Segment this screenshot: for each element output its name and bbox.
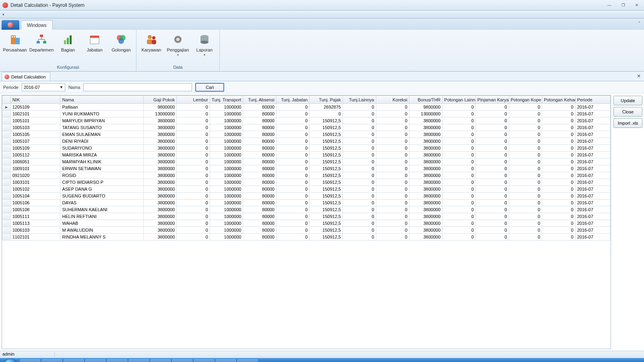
ribbon-item-departemen[interactable]: Departemen [29, 31, 54, 65]
table-cell[interactable]: 0 [376, 152, 409, 158]
table-cell[interactable]: 0 [276, 220, 310, 227]
table-cell[interactable]: 150912,5 [310, 193, 343, 200]
table-cell[interactable]: 0 [476, 117, 509, 124]
table-cell[interactable]: 1005107 [10, 138, 60, 145]
table-cell[interactable]: 1000000 [210, 111, 243, 117]
table-row[interactable]: 1005105EMAN SULAEMAN38000000100000080000… [2, 131, 611, 138]
taskbar-item-chrome[interactable] [107, 359, 127, 362]
ribbon-item-perusahaan[interactable]: Perusahaan [2, 31, 27, 65]
table-cell[interactable]: 2016-07 [575, 206, 610, 213]
table-cell[interactable]: 0 [276, 124, 310, 131]
table-cell[interactable]: 0 [442, 158, 476, 165]
table-cell[interactable]: 1000000 [210, 172, 243, 179]
ribbon-item-karyawan[interactable]: Karyawan [139, 31, 164, 65]
table-cell[interactable]: 0 [343, 104, 376, 111]
table-cell[interactable]: 0 [177, 220, 210, 227]
taskbar-item-tool3[interactable] [194, 359, 214, 362]
table-cell[interactable]: 0 [276, 186, 310, 193]
table-cell[interactable]: 0 [476, 111, 509, 117]
table-cell[interactable]: 150912,5 [310, 186, 343, 193]
table-cell[interactable]: 0 [343, 179, 376, 186]
table-cell[interactable]: 0 [310, 111, 343, 117]
table-row[interactable]: 1006103M AWALUDDIN3800000010000008000001… [2, 227, 611, 234]
table-cell[interactable]: 3800000 [143, 152, 177, 158]
table-cell[interactable]: 150912,5 [310, 152, 343, 158]
table-cell[interactable]: 0 [177, 117, 210, 124]
table-cell[interactable]: 3800000 [143, 179, 177, 186]
table-cell[interactable]: 3800000 [143, 145, 177, 152]
table-cell[interactable]: 0 [442, 104, 476, 111]
table-cell[interactable]: 3800000 [143, 165, 177, 172]
table-cell[interactable]: 0 [343, 145, 376, 152]
table-cell[interactable]: 3800000 [143, 227, 177, 234]
table-cell[interactable]: MARWIYAH KLINIK [60, 158, 143, 165]
table-cell[interactable]: 0 [376, 138, 409, 145]
table-cell[interactable]: 0 [509, 227, 542, 234]
table-cell[interactable]: 0 [476, 206, 509, 213]
table-cell[interactable]: 1000000 [210, 131, 243, 138]
table-cell[interactable]: 2016-07 [575, 158, 610, 165]
table-cell[interactable]: 3800000 [409, 131, 443, 138]
column-header[interactable]: Pinjaman Karya [476, 96, 509, 104]
table-cell[interactable]: 80000 [243, 234, 277, 241]
table-cell[interactable]: 0 [442, 172, 476, 179]
table-cell[interactable]: 80000 [243, 145, 277, 152]
table-cell[interactable]: 0 [276, 111, 310, 117]
table-cell[interactable]: 3800000 [409, 165, 443, 172]
table-cell[interactable]: MARISKA MIRZA [60, 152, 143, 158]
ribbon-item-penggajian[interactable]: Penggajian ▾ [165, 31, 190, 65]
table-cell[interactable]: 2016-07 [575, 193, 610, 200]
table-cell[interactable]: 0 [177, 138, 210, 145]
table-cell[interactable]: 1000000 [210, 227, 243, 234]
table-cell[interactable]: 0 [177, 193, 210, 200]
table-cell[interactable]: 1102101 [10, 234, 60, 241]
table-cell[interactable]: 150912,5 [310, 200, 343, 206]
table-cell[interactable]: 0 [376, 213, 409, 220]
search-button[interactable]: Cari [195, 83, 224, 92]
table-cell[interactable]: 1205109 [10, 104, 60, 111]
data-grid[interactable]: NIKNamaGaji PokokLemburTunj. TransportTu… [2, 95, 611, 349]
table-cell[interactable]: WAHAB [60, 220, 143, 227]
update-button[interactable]: Update [613, 96, 642, 105]
table-cell[interactable]: 0 [476, 220, 509, 227]
table-row[interactable]: 1002101YUNI RUKMANTO13000000010000008000… [2, 111, 611, 117]
table-cell[interactable]: 13000000 [143, 111, 177, 117]
table-row[interactable]: 1005108SUHERMAN KAELANI38000000100000080… [2, 206, 611, 213]
taskbar-item-explorer[interactable] [42, 359, 62, 362]
table-row[interactable]: 1205109Patlisan9800000010000008000002692… [2, 104, 611, 111]
taskbar-item-app[interactable] [216, 359, 236, 362]
periode-combo[interactable]: 2016-07 ▼ [22, 83, 65, 91]
table-cell[interactable]: 0 [376, 124, 409, 131]
table-cell[interactable]: 0 [276, 179, 310, 186]
table-cell[interactable]: 3800000 [409, 186, 443, 193]
table-cell[interactable]: 0 [376, 206, 409, 213]
column-header[interactable]: Tunj. Absensi [243, 96, 277, 104]
table-cell[interactable]: 80000 [243, 152, 277, 158]
table-cell[interactable]: 0 [177, 172, 210, 179]
table-cell[interactable]: 3800000 [143, 117, 177, 124]
table-cell[interactable]: 0 [177, 152, 210, 158]
table-cell[interactable]: 0 [476, 234, 509, 241]
table-cell[interactable]: 2016-07 [575, 117, 610, 124]
table-cell[interactable]: 3800000 [143, 213, 177, 220]
table-cell[interactable]: 1005103 [10, 124, 60, 131]
table-cell[interactable]: 1003101 [10, 179, 60, 186]
table-cell[interactable]: 3800000 [409, 117, 443, 124]
table-cell[interactable]: 0 [343, 213, 376, 220]
table-cell[interactable]: 3800000 [409, 152, 443, 158]
table-cell[interactable]: YUNI RUKMANTO [60, 111, 143, 117]
table-cell[interactable]: 150912,5 [310, 117, 343, 124]
table-cell[interactable]: 2016-07 [575, 213, 610, 220]
table-cell[interactable]: 0 [442, 220, 476, 227]
table-cell[interactable]: 0 [276, 193, 310, 200]
column-header[interactable]: Tunj.Lainnya [343, 96, 376, 104]
table-cell[interactable]: 3800000 [409, 124, 443, 131]
table-cell[interactable]: 0 [177, 131, 210, 138]
table-cell[interactable]: 0 [343, 138, 376, 145]
table-cell[interactable]: 0 [343, 117, 376, 124]
table-cell[interactable]: 0 [343, 131, 376, 138]
table-cell[interactable]: 0 [509, 145, 542, 152]
table-cell[interactable]: 0 [376, 104, 409, 111]
table-cell[interactable]: 2692875 [310, 104, 343, 111]
table-cell[interactable]: 80000 [243, 131, 277, 138]
